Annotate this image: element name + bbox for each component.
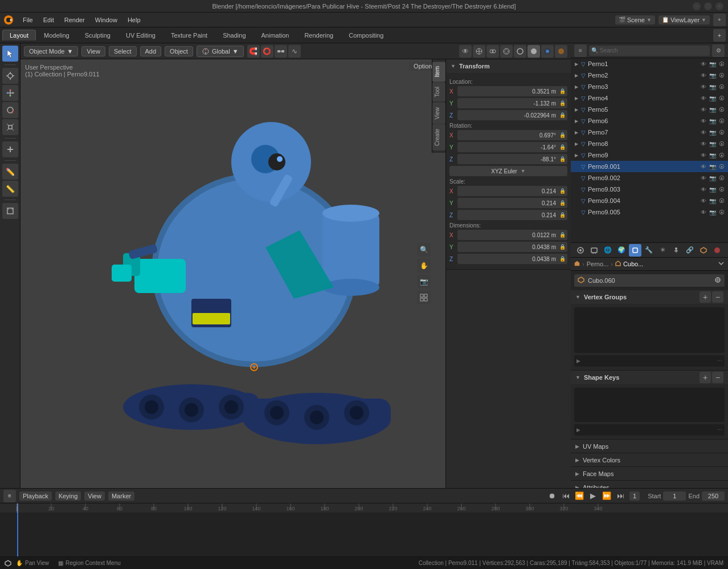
scene-props-icon[interactable]: 🌐: [602, 244, 614, 257]
outliner-item-perno9[interactable]: ▶ ▽ Perno9 👁 📷 ⦿: [571, 149, 728, 161]
menu-edit[interactable]: Edit: [39, 15, 59, 25]
scale-y-field[interactable]: 0.214 🔒: [457, 198, 567, 208]
dim-z-field[interactable]: 0.0438 m 🔒: [457, 254, 567, 264]
object-menu-btn[interactable]: Object: [165, 46, 193, 56]
auto-merge-btn[interactable]: [275, 45, 287, 58]
material-props-icon[interactable]: [711, 244, 723, 257]
solid-mode-btn[interactable]: [527, 45, 540, 58]
marker-btn[interactable]: Marker: [108, 491, 134, 501]
scale-z-field[interactable]: 0.214 🔒: [457, 210, 567, 220]
outliner-item-perno4[interactable]: ▶ ▽ Perno4 👁 📷 ⦿: [571, 92, 728, 104]
proportional-curve-btn[interactable]: ∿: [288, 45, 301, 58]
tab-texture-paint[interactable]: Texture Paint: [163, 30, 215, 40]
viewlayer-selector[interactable]: 📋 ViewLayer ▼: [659, 15, 710, 25]
wireframe-mode-btn[interactable]: [514, 45, 526, 58]
material-mode-btn[interactable]: [541, 45, 554, 58]
minimize-button[interactable]: −: [693, 2, 701, 10]
viewport-gizmo-btn[interactable]: [473, 45, 485, 58]
outliner-menu-btn[interactable]: ≡: [574, 44, 587, 57]
particle-props-icon[interactable]: ✳: [656, 244, 669, 257]
outliner-item-perno9003[interactable]: ▶ ▽ Perno9.003 👁 📷 ⦿: [571, 184, 728, 195]
face-maps-section[interactable]: ▶ Face Maps: [571, 467, 728, 481]
tab-animation[interactable]: Animation: [254, 30, 297, 40]
modifier-props-icon[interactable]: 🔧: [643, 244, 655, 257]
object-props-icon[interactable]: [629, 244, 641, 257]
viewport[interactable]: Object Mode ▼ View Select Add Object Glo…: [21, 43, 571, 488]
euler-selector[interactable]: XYZ Euler ▼: [449, 166, 567, 176]
perno9005-vis-icon[interactable]: 👁: [700, 208, 707, 216]
menu-render[interactable]: Render: [60, 15, 89, 25]
prev-frame-btn[interactable]: ⏪: [574, 490, 585, 502]
perno9004-vis-icon[interactable]: 👁: [700, 197, 707, 205]
transform-header[interactable]: ▼ Transform: [446, 59, 571, 73]
perno8-vis-icon[interactable]: 👁: [700, 140, 707, 148]
view-tl-btn[interactable]: View: [84, 491, 105, 501]
select-menu-btn[interactable]: Select: [109, 46, 137, 56]
object-name-field[interactable]: Cubo.060: [574, 274, 725, 287]
rotate-tool-btn[interactable]: [2, 102, 18, 118]
perno9-vis-icon[interactable]: 👁: [700, 151, 707, 159]
n-tab-tool[interactable]: Tool: [432, 82, 445, 101]
start-value[interactable]: 1: [663, 491, 686, 501]
perno1-vis-icon[interactable]: 👁: [700, 60, 707, 68]
tab-sculpting[interactable]: Sculpting: [77, 30, 118, 40]
dim-x-field[interactable]: 0.0122 m 🔒: [457, 230, 567, 240]
play-btn[interactable]: ▶: [587, 490, 599, 502]
outliner-item-perno9001[interactable]: ▶ ▽ Perno9.001 👁 📷 ⦿: [571, 161, 728, 172]
remove-vg-btn[interactable]: −: [712, 291, 723, 303]
scene-extra-btn[interactable]: +: [713, 14, 726, 26]
keying-btn[interactable]: Keying: [55, 491, 81, 501]
location-y-field[interactable]: -1.132 m 🔒: [457, 98, 567, 108]
annotate-tool-btn[interactable]: ✏️: [2, 164, 18, 180]
close-button[interactable]: ×: [715, 2, 723, 10]
dim-y-field[interactable]: 0.0438 m 🔒: [457, 242, 567, 252]
select-tool-btn[interactable]: [2, 46, 18, 62]
perno5-vis-icon[interactable]: 👁: [700, 105, 707, 113]
breadcrumb-cubo[interactable]: Cubo...: [623, 261, 643, 267]
outliner-filter-btn[interactable]: ⚙: [712, 44, 725, 57]
rotation-y-field[interactable]: -1.64° 🔒: [457, 142, 567, 152]
grid-view-icon-btn[interactable]: [417, 291, 431, 304]
remove-sk-btn[interactable]: −: [712, 372, 723, 383]
scene-selector[interactable]: 🎬 Scene ▼: [615, 15, 655, 25]
uv-maps-section[interactable]: ▶ UV Maps: [571, 440, 728, 453]
constraint-props-icon[interactable]: 🔗: [684, 244, 696, 257]
viewport-overlay-btn[interactable]: [486, 45, 499, 58]
snap-toggle-btn[interactable]: 🧲: [247, 45, 260, 58]
outliner-item-perno3[interactable]: ▶ ▽ Perno3 👁 📷 ⦿: [571, 81, 728, 92]
outliner-item-perno9005[interactable]: ▶ ▽ Perno9.005 👁 📷 ⦿: [571, 206, 728, 218]
proportional-edit-btn[interactable]: ⭕: [261, 45, 273, 58]
obj-name-extra-btn[interactable]: [714, 277, 721, 284]
outliner-item-perno7[interactable]: ▶ ▽ Perno7 👁 📷 ⦿: [571, 127, 728, 138]
next-frame-btn[interactable]: ⏩: [601, 490, 612, 502]
jump-start-btn[interactable]: ⏮: [560, 490, 571, 502]
perno9002-vis-icon[interactable]: 👁: [700, 174, 707, 182]
viewport-xray-btn[interactable]: [500, 45, 513, 58]
n-tab-item[interactable]: Item: [432, 62, 445, 82]
add-menu-btn[interactable]: Add: [140, 46, 162, 56]
location-z-field[interactable]: -0.022964 m 🔒: [457, 110, 567, 120]
outliner-item-perno9002[interactable]: ▶ ▽ Perno9.002 👁 📷 ⦿: [571, 172, 728, 184]
current-frame-field[interactable]: 1: [629, 491, 640, 501]
vertex-colors-section[interactable]: ▶ Vertex Colors: [571, 453, 728, 467]
timeline-menu-btn[interactable]: ≡: [3, 490, 16, 502]
breadcrumb-scene[interactable]: [574, 261, 580, 267]
cursor-tool-btn[interactable]: [2, 68, 18, 84]
world-props-icon[interactable]: 🌍: [615, 244, 628, 257]
canvas-area[interactable]: User Perspective (1) Collection | Perno9…: [21, 59, 571, 488]
perno4-vis-icon[interactable]: 👁: [700, 94, 707, 102]
perno7-vis-icon[interactable]: 👁: [700, 128, 707, 136]
end-value[interactable]: 250: [702, 491, 725, 501]
measure-tool-btn[interactable]: 📏: [2, 181, 18, 197]
outliner-item-perno6[interactable]: ▶ ▽ Perno6 👁 📷 ⦿: [571, 115, 728, 127]
shape-keys-header[interactable]: ▼ Shape Keys + −: [571, 371, 728, 384]
output-props-icon[interactable]: [588, 244, 600, 257]
perno9001-vis-icon[interactable]: 👁: [700, 162, 707, 170]
render-props-icon[interactable]: [574, 244, 587, 257]
tab-compositing[interactable]: Compositing: [341, 30, 391, 40]
perno3-vis-icon[interactable]: 👁: [700, 83, 707, 91]
scale-x-field[interactable]: 0.214 🔒: [457, 186, 567, 196]
rotation-z-field[interactable]: -88.1° 🔒: [457, 154, 567, 164]
outliner-item-perno9004[interactable]: ▶ ▽ Perno9.004 👁 📷 ⦿: [571, 195, 728, 206]
data-props-icon[interactable]: [697, 244, 710, 257]
